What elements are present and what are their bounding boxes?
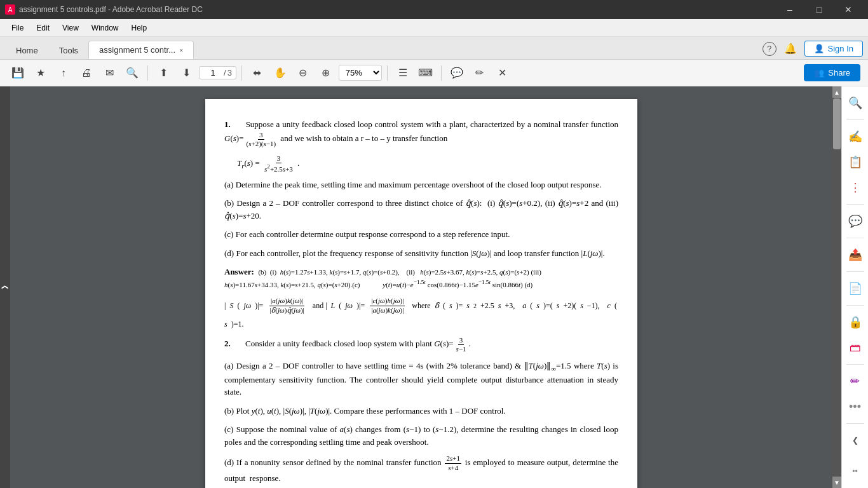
tab-close-button[interactable]: × xyxy=(179,46,183,54)
minimize-button[interactable]: – xyxy=(775,0,804,19)
menu-window[interactable]: Window xyxy=(85,21,125,35)
zoom-group: 75% 50% 100% 125% xyxy=(339,65,382,81)
q1-number: 1. xyxy=(224,119,231,129)
tab-home[interactable]: Home xyxy=(5,41,49,59)
page-separator: / xyxy=(224,68,226,78)
menu-view[interactable]: View xyxy=(56,21,85,35)
signin-person-icon: 👤 xyxy=(814,44,824,53)
pdf-page: 1. Suppose a unity feedback closed loop … xyxy=(205,99,637,488)
save-button[interactable]: 💾 xyxy=(8,63,28,83)
tab-active-label: assignment 5 contr... xyxy=(99,45,175,55)
close-button[interactable]: ✕ xyxy=(834,0,863,19)
q1-section: 1. Suppose a unity feedback closed loop … xyxy=(224,118,618,148)
tab-tools[interactable]: Tools xyxy=(49,42,88,59)
separator-1 xyxy=(147,65,148,81)
page-number-input[interactable] xyxy=(203,68,222,78)
pdf-area: 1. Suppose a unity feedback closed loop … xyxy=(10,86,832,488)
hand-tool-button[interactable]: ✋ xyxy=(270,63,290,83)
combine-button[interactable]: 📋 xyxy=(844,151,867,173)
redact-button[interactable]: 🗃 xyxy=(844,336,867,359)
right-panel: 🔍 ✍ 📋 ⋮ 💬 📤 📄 🔒 🗃 ✏ ••• ❮ •• xyxy=(841,86,868,488)
protect-button[interactable]: 🔒 xyxy=(844,311,867,334)
comment-panel-button[interactable]: 💬 xyxy=(844,210,867,233)
q1d-text: (d) For each controller, plot the freque… xyxy=(224,247,618,260)
right-panel-sep-1 xyxy=(846,119,864,120)
help-icon[interactable]: ? xyxy=(763,42,776,56)
restore-button[interactable]: □ xyxy=(804,0,834,19)
keyboard-button[interactable]: ⌨ xyxy=(416,63,436,83)
q1-answer-text: (b) (i) h(s)=1.27s+1.33, k(s)=s+1.7, q(s… xyxy=(224,268,541,288)
q2d-text: (d) If a nonunity sensor defined by the … xyxy=(224,454,618,484)
right-panel-sep-6 xyxy=(846,364,864,365)
bookmark-button[interactable]: ★ xyxy=(31,63,51,83)
expand-panel-button[interactable]: ❮ xyxy=(844,429,867,452)
q1-answer-label: Answer: xyxy=(224,267,254,276)
tab-help-area: ? 🔔 👤 Sign In xyxy=(763,41,863,57)
main-area: ❮ 1. Suppose a unity feedback closed loo… xyxy=(0,86,868,488)
zoom-in-panel-button[interactable]: 🔍 xyxy=(844,92,867,114)
tabbar: Home Tools assignment 5 contr... × ? 🔔 👤… xyxy=(0,37,868,60)
scroll-track[interactable] xyxy=(832,98,841,477)
vertical-scrollbar[interactable]: ▲ ▼ xyxy=(832,86,841,488)
right-panel-sep-3 xyxy=(846,238,864,238)
email-button[interactable]: ✉ xyxy=(99,63,119,83)
export-button[interactable]: 📄 xyxy=(844,277,867,300)
scroll-down-button[interactable]: ▼ xyxy=(832,477,841,488)
menu-edit[interactable]: Edit xyxy=(30,21,56,35)
print-button[interactable]: 🖨 xyxy=(76,63,97,83)
organize-button[interactable]: ⋮ xyxy=(844,176,867,199)
q2a-text: (a) Design a 2 – DOF controller to have … xyxy=(224,360,618,398)
scroll-thumb[interactable] xyxy=(833,98,841,149)
edit-pdf-button[interactable]: ✏ xyxy=(844,370,867,393)
scroll-up-button[interactable]: ▲ xyxy=(832,86,841,98)
toolbar: 💾 ★ ↑ 🖨 ✉ 🔍 ⬆ ⬇ / 3 ⬌ ✋ ⊖ ⊕ 75% 50% 100%… xyxy=(0,60,868,86)
menu-help[interactable]: Help xyxy=(125,21,154,35)
prev-page-button[interactable]: ⬆ xyxy=(153,63,173,83)
q2-number: 2. xyxy=(224,339,231,348)
q1b-text: (b) Design a 2 – DOF controller correspo… xyxy=(224,197,618,222)
q2b-text: (b) Plot y(t), u(t), |S(jω)|, |T(jω)|. C… xyxy=(224,405,618,417)
q2c-text: (c) Suppose the nominal value of a(s) ch… xyxy=(224,423,618,448)
window-controls[interactable]: – □ ✕ xyxy=(775,0,863,19)
titlebar: A assignment 5 controls.pdf - Adobe Acro… xyxy=(0,0,868,19)
more-tools-button[interactable]: ••• xyxy=(844,395,867,418)
zoom-select[interactable]: 75% 50% 100% 125% xyxy=(339,65,382,81)
window-title: assignment 5 controls.pdf - Adobe Acroba… xyxy=(19,5,203,14)
share-icon: 👥 xyxy=(814,68,824,78)
menubar: File Edit View Window Help xyxy=(0,19,868,37)
select-tool-button[interactable]: ⬌ xyxy=(247,63,268,83)
pen-button[interactable]: ✏ xyxy=(470,63,490,83)
menu-file[interactable]: File xyxy=(5,21,30,35)
right-panel-bottom[interactable]: •• xyxy=(844,460,867,483)
zoom-out-button[interactable]: ⊖ xyxy=(293,63,313,83)
q2-intro: Consider a unity feedback closed loop sy… xyxy=(245,339,471,348)
share-button[interactable]: 👥 Share xyxy=(804,64,860,81)
signin-button[interactable]: 👤 Sign In xyxy=(804,41,863,57)
left-panel-toggle[interactable]: ❮ xyxy=(0,86,10,488)
right-panel-sep-2 xyxy=(846,204,864,205)
erase-button[interactable]: ✕ xyxy=(492,63,513,83)
view-mode-button[interactable]: ☰ xyxy=(393,63,413,83)
separator-2 xyxy=(241,65,242,81)
q1c-text: (c) For each controller determine output… xyxy=(224,228,618,241)
share-panel-button[interactable]: 📤 xyxy=(844,243,867,266)
page-total: 3 xyxy=(227,68,232,78)
notifications-icon[interactable]: 🔔 xyxy=(784,43,797,55)
app-icon: A xyxy=(5,4,15,15)
comment-button[interactable]: 💬 xyxy=(447,63,467,83)
q1-formula: |S(jω)|= |a(jω)k(jω)||δ̂(jω)q̂(jω)| and … xyxy=(224,297,618,329)
separator-3 xyxy=(387,65,388,81)
q2-section: 2. Consider a unity feedback closed loop… xyxy=(224,336,618,353)
zoom-in-button[interactable]: ⊕ xyxy=(316,63,336,83)
page-nav-group: / 3 xyxy=(199,66,236,79)
right-panel-sep-4 xyxy=(846,271,864,272)
fill-sign-button[interactable]: ✍ xyxy=(844,125,867,148)
right-panel-sep-7 xyxy=(846,423,864,424)
q1-text: Suppose a unity feedback closed loop con… xyxy=(224,119,618,143)
tab-active-document[interactable]: assignment 5 contr... × xyxy=(88,41,194,59)
back-button[interactable]: ↑ xyxy=(53,63,74,83)
q1-transfer-fn: Tr(s) = 3s2+2.5s+3 . xyxy=(237,154,618,173)
q1a-text: (a) Determine the peak time, settling ti… xyxy=(224,179,618,191)
search-button[interactable]: 🔍 xyxy=(122,63,142,83)
next-page-button[interactable]: ⬇ xyxy=(176,63,196,83)
